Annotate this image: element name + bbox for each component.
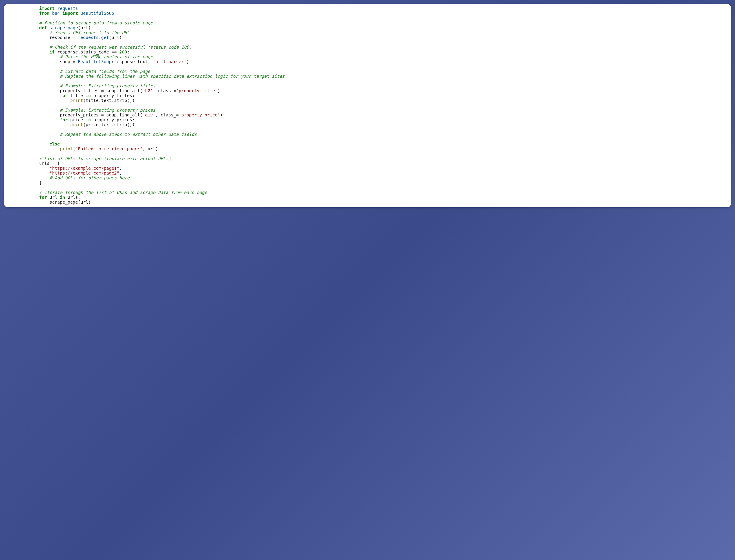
code-token: response [39,35,73,40]
code-token: # Extract data fields from the page [60,69,150,74]
code-token: property_titles [39,88,101,93]
code-token: = [73,59,76,64]
code-token: 'div' [143,112,156,118]
code-token: = [101,88,104,93]
code-token: print [70,98,83,103]
code-token: for [39,195,47,200]
code-token: 200 [119,50,127,55]
code-token: if [50,50,55,55]
code-token: . [78,50,81,55]
code-token: = [52,161,55,166]
code-token: def [39,25,47,30]
code-token: in [86,93,91,98]
code-token: print [70,122,83,127]
code-token: "https://example.com/page2" [50,171,119,176]
code-token: # Add URLs for other pages here [50,175,130,181]
code-token: 'property-price' [179,112,220,118]
code-token: url [47,195,60,200]
code-token: property_prices [39,112,101,118]
code-token: , class_ [155,112,176,118]
code-token: . [99,35,101,40]
code-token [39,83,60,88]
code-token: import [63,11,78,16]
code-token: for [60,117,68,122]
code-token: "https://example.com/page1" [50,166,119,171]
code-token [55,6,57,11]
code-token: . [112,122,114,127]
code-token: urls [39,161,52,166]
code-token: = [73,35,76,40]
code-token: . [99,122,101,127]
code-token: , class_ [153,88,174,93]
code-token: (title [83,98,99,103]
code-token [39,50,50,55]
code-token: title [68,93,86,98]
code-token: scrape_page [50,25,78,30]
code-token: soup [104,112,117,118]
code-token: status_code [81,50,112,55]
code-token: . [117,112,119,118]
code-token: (url): [78,25,93,30]
code-token: text [101,122,112,127]
code-token: price [68,117,86,122]
code-token: BeautifulSoup [81,11,114,16]
code-token: # Check if the request was successful (s… [50,45,192,50]
code-token: # Iterate through the list of URLs and s… [39,190,207,195]
code-token: find_all( [119,112,143,118]
code-token [75,35,78,40]
code-token [60,11,63,16]
code-token: soup [104,88,117,93]
code-token [78,11,81,16]
code-token [117,50,119,55]
code-token: # List of URLs to scrape (replace with a… [39,156,171,161]
code-token: text [101,98,112,103]
code-block[interactable]: import requests from bs4 import Beautifu… [4,6,731,205]
code-token: # Function to scrape data from a single … [39,20,153,26]
code-token [39,30,50,35]
code-token: response [55,50,78,55]
code-token [39,74,60,79]
code-token [39,142,50,147]
code-token: = [101,112,104,118]
code-token: = [174,88,176,93]
code-token: . [117,88,119,93]
code-token: BeautifulSoup [78,59,112,64]
code-token: 'h2' [143,88,153,93]
code-token: . [112,98,114,103]
code-token: # Example: Extracting property prices [60,108,155,113]
code-token: import [39,6,55,11]
code-token: in [86,117,91,122]
code-card: import requests from bs4 import Beautifu… [4,4,731,207]
code-token: # Replace the following lines with speci… [60,74,285,79]
code-token: print [60,146,73,151]
code-token [50,11,52,16]
code-token: else [50,142,60,147]
code-token: "Failed to retrieve page:" [75,146,142,151]
code-token: (response [112,59,135,64]
code-token: . [99,98,101,103]
code-token: # Repeat the above steps to extract othe… [60,132,197,137]
code-token: soup [39,59,73,64]
code-token: ( [73,146,76,151]
code-token: bs4 [52,11,60,16]
code-token [75,59,78,64]
code-token: ] [39,180,42,185]
code-token: requests [57,6,78,11]
code-token: in [60,195,65,200]
code-token: get [101,35,109,40]
code-token: 'html.parser' [153,59,187,64]
code-token: , url) [143,146,158,151]
code-token: (price [83,122,99,127]
code-token [47,25,50,30]
code-token: == [112,50,117,55]
code-token: find_all( [119,88,143,93]
code-token: from [39,11,50,16]
code-token: = [176,112,179,118]
code-token: # Send a GET request to the URL [50,30,130,35]
code-token: # Parse the HTML content of the page [60,54,153,59]
code-token: . [135,59,137,64]
code-token: text, [137,59,153,64]
code-token: requests [78,35,99,40]
code-token: # Example: Extracting property titles [60,83,155,88]
code-token: 'property-title' [176,88,218,93]
